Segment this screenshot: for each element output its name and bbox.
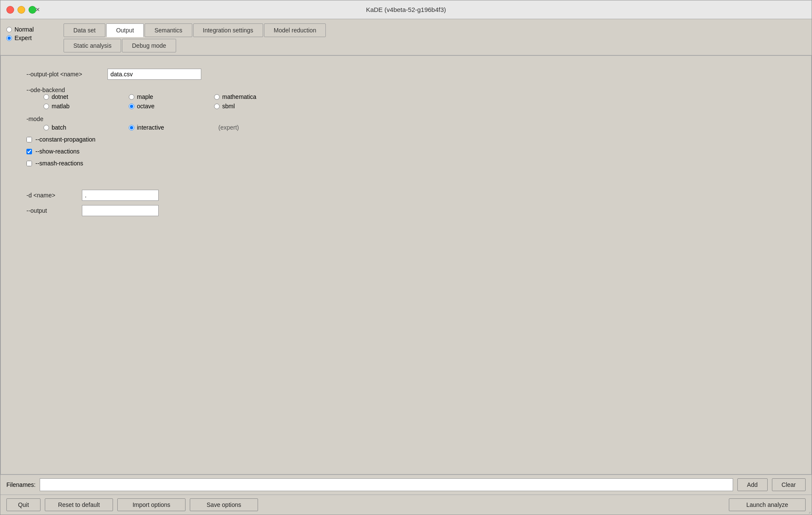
clear-button[interactable]: Clear bbox=[772, 478, 806, 491]
tabs-row-1: Data set Output Semantics Integration se… bbox=[64, 23, 806, 37]
ode-backend-label: --ode-backend bbox=[26, 87, 786, 93]
backend-maple-label: maple bbox=[137, 93, 153, 100]
smash-reactions-label: --smash-reactions bbox=[35, 160, 83, 167]
form-section: --output-plot <name> --ode-backend dotne… bbox=[26, 69, 786, 216]
tabs-row-2: Static analysis Debug mode bbox=[64, 39, 806, 52]
filenames-input[interactable] bbox=[40, 478, 733, 491]
output-plot-row: --output-plot <name> bbox=[26, 69, 786, 80]
mode-expert-label: Expert bbox=[14, 35, 32, 41]
reset-button[interactable]: Reset to default bbox=[45, 498, 113, 511]
tab-static-analysis[interactable]: Static analysis bbox=[64, 39, 121, 52]
mode-section: -mode batch interactive (expert) bbox=[26, 116, 786, 131]
title-icon: ✕ bbox=[35, 6, 40, 13]
content-panel: --output-plot <name> --ode-backend dotne… bbox=[0, 55, 812, 474]
save-button[interactable]: Save options bbox=[190, 498, 258, 511]
backend-mathematica[interactable]: mathematica bbox=[214, 93, 274, 100]
title-bar: ✕ KaDE (v4beta-52-g196b4f3) bbox=[0, 0, 812, 19]
backend-octave-input[interactable] bbox=[129, 104, 134, 109]
tab-output[interactable]: Output bbox=[106, 23, 144, 37]
filenames-bar: Filenames: Add Clear bbox=[0, 474, 812, 495]
mode-inline-row: batch interactive (expert) bbox=[44, 124, 786, 131]
show-reactions-row[interactable]: --show-reactions bbox=[26, 148, 786, 155]
backend-mathematica-label: mathematica bbox=[222, 93, 256, 100]
tab-semantics[interactable]: Semantics bbox=[145, 23, 192, 37]
backend-matlab-label: matlab bbox=[52, 103, 70, 110]
minimize-button[interactable] bbox=[17, 6, 25, 14]
tab-model-reduction[interactable]: Model reduction bbox=[264, 23, 326, 37]
backend-octave-label: octave bbox=[137, 103, 154, 110]
backend-maple-input[interactable] bbox=[129, 94, 134, 100]
filenames-label: Filenames: bbox=[6, 481, 35, 488]
mode-expert-radio[interactable]: Expert bbox=[6, 35, 58, 41]
mode-interactive-label: interactive bbox=[137, 124, 164, 131]
close-button[interactable] bbox=[6, 6, 14, 14]
mode-expert-input[interactable] bbox=[6, 35, 12, 41]
constant-propagation-checkbox[interactable] bbox=[26, 137, 32, 142]
mode-batch-input[interactable] bbox=[44, 125, 49, 130]
backend-row-1: dotnet maple mathematica bbox=[44, 93, 786, 100]
mode-batch-label: batch bbox=[52, 124, 66, 131]
backend-octave[interactable]: octave bbox=[129, 103, 188, 110]
backend-maple[interactable]: maple bbox=[129, 93, 188, 100]
backend-dotnet-input[interactable] bbox=[44, 94, 49, 100]
output-input[interactable] bbox=[82, 205, 159, 216]
spacer bbox=[26, 172, 786, 185]
d-name-input[interactable] bbox=[82, 190, 159, 201]
backend-dotnet-label: dotnet bbox=[52, 93, 68, 100]
mode-batch[interactable]: batch bbox=[44, 124, 103, 131]
constant-propagation-label: --constant-propagation bbox=[35, 136, 96, 143]
mode-label: -mode bbox=[26, 116, 786, 122]
window-title: KaDE (v4beta-52-g196b4f3) bbox=[366, 6, 446, 13]
backend-matlab-input[interactable] bbox=[44, 104, 49, 109]
import-button[interactable]: Import options bbox=[117, 498, 186, 511]
output-plot-input[interactable] bbox=[107, 69, 201, 80]
traffic-lights bbox=[6, 6, 36, 14]
top-area: Normal Expert Data set Output Semantics … bbox=[0, 19, 812, 55]
backend-matlab[interactable]: matlab bbox=[44, 103, 103, 110]
d-name-row: -d <name> bbox=[26, 190, 786, 201]
tab-integration[interactable]: Integration settings bbox=[193, 23, 263, 37]
mode-radios: Normal Expert bbox=[6, 23, 58, 41]
backend-sbml[interactable]: sbml bbox=[214, 103, 274, 110]
ode-backend-section: --ode-backend dotnet maple m bbox=[26, 85, 786, 110]
mode-interactive-input[interactable] bbox=[129, 125, 134, 130]
mode-normal-input[interactable] bbox=[6, 27, 12, 32]
mode-expert-note: (expert) bbox=[218, 124, 239, 131]
tab-dataset[interactable]: Data set bbox=[64, 23, 105, 37]
output-plot-label: --output-plot <name> bbox=[26, 71, 103, 78]
add-button[interactable]: Add bbox=[737, 478, 768, 491]
d-section: -d <name> --output bbox=[26, 190, 786, 216]
backend-mathematica-input[interactable] bbox=[214, 94, 220, 100]
backend-row-2: matlab octave sbml bbox=[44, 103, 786, 110]
mode-normal-radio[interactable]: Normal bbox=[6, 26, 58, 33]
tabs-area: Data set Output Semantics Integration se… bbox=[64, 23, 806, 52]
d-name-label: -d <name> bbox=[26, 192, 78, 199]
action-bar: Quit Reset to default Import options Sav… bbox=[0, 495, 812, 515]
mode-normal-label: Normal bbox=[14, 26, 34, 33]
launch-button[interactable]: Launch analyze bbox=[729, 498, 806, 511]
backend-dotnet[interactable]: dotnet bbox=[44, 93, 103, 100]
output-row: --output bbox=[26, 205, 786, 216]
mode-interactive[interactable]: interactive bbox=[129, 124, 188, 131]
tab-debug-mode[interactable]: Debug mode bbox=[122, 39, 176, 52]
show-reactions-label: --show-reactions bbox=[35, 148, 79, 155]
smash-reactions-row[interactable]: --smash-reactions bbox=[26, 160, 786, 167]
constant-propagation-row[interactable]: --constant-propagation bbox=[26, 136, 786, 143]
show-reactions-checkbox[interactable] bbox=[26, 149, 32, 154]
output-label: --output bbox=[26, 207, 78, 214]
backend-sbml-input[interactable] bbox=[214, 104, 220, 109]
resize-handle: ⌟ bbox=[809, 509, 811, 514]
smash-reactions-checkbox[interactable] bbox=[26, 161, 32, 166]
quit-button[interactable]: Quit bbox=[6, 498, 41, 511]
backend-radio-group: dotnet maple mathematica bbox=[44, 93, 786, 110]
backend-sbml-label: sbml bbox=[222, 103, 235, 110]
